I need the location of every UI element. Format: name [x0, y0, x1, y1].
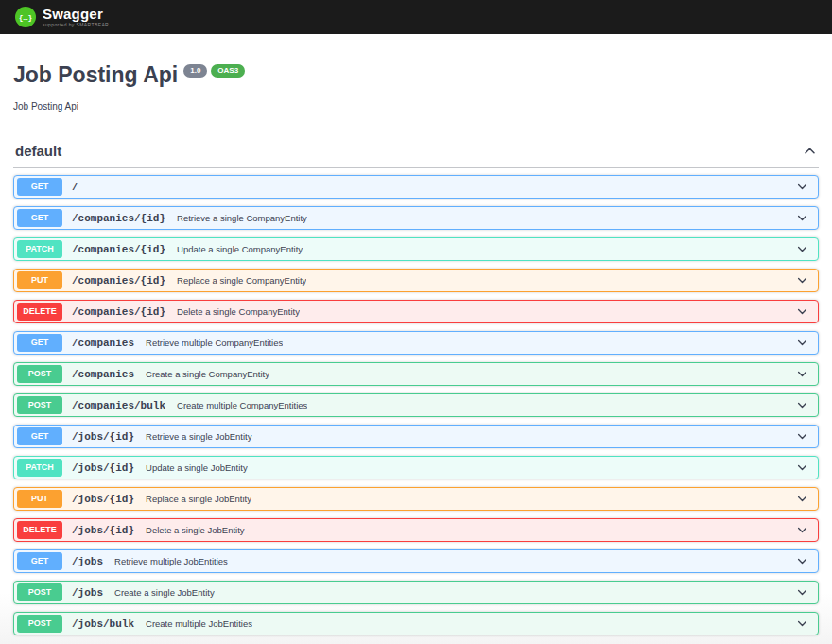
- chevron-down-icon[interactable]: [796, 586, 808, 599]
- endpoint-path: /companies: [72, 369, 134, 380]
- endpoint-summary: Delete a single JobEntity: [146, 525, 245, 535]
- swagger-logo-text: Swagger: [43, 7, 109, 21]
- method-badge: GET: [17, 427, 62, 445]
- endpoint-row[interactable]: POST /companies Create a single CompanyE…: [13, 362, 819, 386]
- endpoint-path: /jobs/{id}: [72, 462, 134, 474]
- endpoint-path: /companies/bulk: [72, 400, 165, 411]
- chevron-down-icon[interactable]: [796, 243, 808, 255]
- method-badge: POST: [17, 365, 62, 383]
- endpoint-summary: Delete a single CompanyEntity: [177, 306, 300, 317]
- endpoint-row[interactable]: DELETE /jobs/{id} Delete a single JobEnt…: [13, 518, 819, 542]
- endpoint-path: /jobs/{id}: [72, 494, 134, 505]
- endpoint-row[interactable]: POST /jobs/bulk Create multiple JobEntit…: [13, 612, 819, 635]
- chevron-down-icon[interactable]: [796, 493, 808, 505]
- method-badge: GET: [17, 334, 62, 352]
- swagger-logo-icon: {…}: [15, 7, 36, 27]
- method-badge: DELETE: [17, 303, 62, 321]
- version-badge: 1.0: [183, 64, 207, 78]
- method-badge: PUT: [17, 271, 62, 289]
- endpoint-row[interactable]: GET /jobs/{id} Retrieve a single JobEnti…: [13, 425, 819, 448]
- method-badge: PATCH: [17, 459, 62, 477]
- swagger-logo-tagline: supported by SMARTBEAR: [43, 23, 109, 27]
- endpoint-path: /companies/{id}: [72, 213, 165, 224]
- chevron-down-icon[interactable]: [796, 337, 808, 349]
- endpoint-row[interactable]: PUT /jobs/{id} Replace a single JobEntit…: [13, 487, 819, 511]
- endpoint-path: /jobs: [72, 587, 103, 599]
- endpoint-summary: Update a single JobEntity: [146, 462, 248, 473]
- endpoint-row[interactable]: PATCH /jobs/{id} Update a single JobEnti…: [13, 456, 819, 479]
- method-badge: POST: [17, 615, 62, 633]
- method-badge: POST: [17, 396, 62, 414]
- endpoint-row[interactable]: POST /jobs Create a single JobEntity: [13, 581, 819, 604]
- endpoint-path: /companies/{id}: [72, 275, 165, 287]
- method-badge: GET: [17, 552, 62, 570]
- endpoint-path: /jobs/{id}: [72, 525, 134, 536]
- topbar: {…} Swagger supported by SMARTBEAR: [0, 0, 832, 34]
- chevron-down-icon[interactable]: [796, 212, 808, 224]
- chevron-up-icon[interactable]: [803, 144, 817, 158]
- endpoint-path: /jobs/{id}: [72, 431, 134, 443]
- endpoint-summary: Replace a single JobEntity: [146, 494, 251, 504]
- endpoint-summary: Retrieve multiple CompanyEntities: [146, 338, 283, 348]
- chevron-down-icon[interactable]: [796, 368, 808, 380]
- endpoint-summary: Retrieve multiple JobEntities: [114, 556, 228, 566]
- method-badge: PATCH: [17, 240, 62, 258]
- swagger-logo[interactable]: {…} Swagger supported by SMARTBEAR: [15, 7, 109, 27]
- endpoint-summary: Update a single CompanyEntity: [177, 244, 303, 254]
- chevron-down-icon[interactable]: [796, 461, 808, 474]
- chevron-down-icon[interactable]: [796, 399, 808, 411]
- endpoint-row[interactable]: POST /companies/bulk Create multiple Com…: [13, 393, 819, 417]
- endpoint-row[interactable]: GET /companies/{id} Retrieve a single Co…: [13, 206, 819, 230]
- chevron-down-icon[interactable]: [796, 618, 808, 630]
- chevron-down-icon[interactable]: [796, 181, 808, 193]
- endpoint-row[interactable]: GET /: [13, 175, 819, 199]
- method-badge: GET: [17, 209, 62, 227]
- endpoint-path: /jobs: [72, 556, 103, 567]
- chevron-down-icon[interactable]: [796, 305, 808, 318]
- method-badge: PUT: [17, 490, 62, 508]
- api-description: Job Posting Api: [13, 101, 819, 112]
- endpoint-row[interactable]: PATCH /companies/{id} Update a single Co…: [13, 237, 819, 261]
- endpoint-row[interactable]: GET /companies Retrieve multiple Company…: [13, 331, 819, 355]
- chevron-down-icon[interactable]: [796, 524, 808, 536]
- endpoint-row[interactable]: PUT /companies/{id} Replace a single Com…: [13, 269, 819, 292]
- api-info: Job Posting Api 1.0 OAS3 Job Posting Api: [13, 34, 819, 112]
- endpoint-list: GET / GET /companies/{id} Retrieve a sin…: [13, 175, 819, 635]
- endpoint-path: /companies: [72, 338, 134, 349]
- endpoint-path: /: [72, 182, 78, 193]
- endpoint-path: /companies/{id}: [72, 244, 165, 255]
- page-title: Job Posting Api: [13, 62, 178, 88]
- endpoint-summary: Retrieve a single JobEntity: [146, 431, 251, 442]
- section-header-default[interactable]: default: [13, 143, 819, 168]
- method-badge: GET: [17, 178, 62, 196]
- method-badge: DELETE: [17, 521, 62, 539]
- chevron-down-icon[interactable]: [796, 555, 808, 567]
- endpoint-path: /companies/{id}: [72, 306, 165, 318]
- section-title: default: [15, 143, 61, 159]
- endpoint-summary: Create multiple JobEntities: [146, 618, 252, 629]
- oas3-badge: OAS3: [211, 64, 245, 78]
- chevron-down-icon[interactable]: [796, 430, 808, 443]
- endpoint-summary: Retrieve a single CompanyEntity: [177, 213, 307, 223]
- method-badge: POST: [17, 583, 62, 601]
- endpoint-row[interactable]: GET /jobs Retrieve multiple JobEntities: [13, 549, 819, 573]
- endpoint-row[interactable]: DELETE /companies/{id} Delete a single C…: [13, 300, 819, 323]
- endpoint-summary: Create a single CompanyEntity: [146, 369, 269, 379]
- endpoint-summary: Create multiple CompanyEntities: [177, 400, 307, 410]
- endpoint-summary: Replace a single CompanyEntity: [177, 275, 306, 286]
- endpoint-path: /jobs/bulk: [72, 618, 134, 630]
- endpoint-summary: Create a single JobEntity: [114, 587, 215, 598]
- chevron-down-icon[interactable]: [796, 274, 808, 287]
